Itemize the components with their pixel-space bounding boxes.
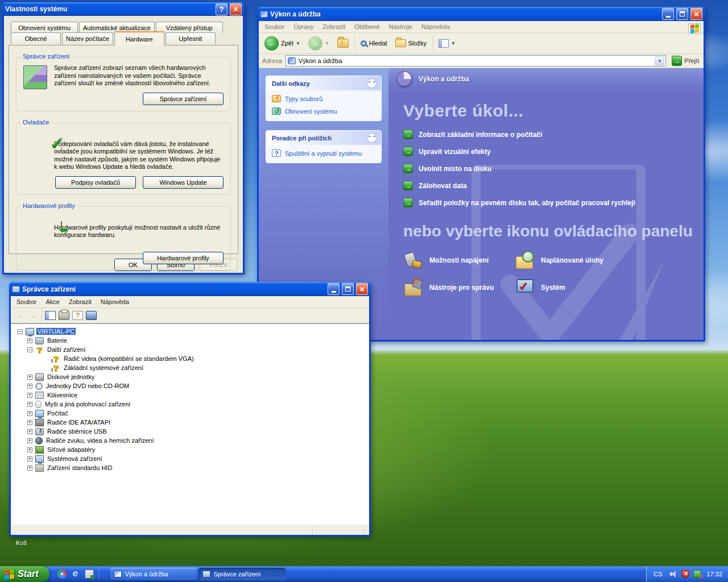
driver-signing-button[interactable]: Podpisy ovladačů [55, 176, 136, 189]
tree-item[interactable]: Řadiče sběrnice USB [12, 427, 369, 436]
address-combobox[interactable]: Výkon a údržba ▼ [286, 55, 666, 66]
chevron-up-icon[interactable]: ⌃⌃ [367, 133, 377, 143]
tree-item[interactable]: Systémová zařízení [12, 454, 369, 463]
help-button[interactable]: ? [216, 3, 228, 15]
go-button[interactable]: → Přejít [669, 56, 701, 66]
control-panel-item[interactable]: Naplánované úlohy [515, 251, 642, 270]
tree-expander[interactable] [27, 384, 32, 389]
minimize-button[interactable] [662, 8, 674, 20]
task-link[interactable]: → Zobrazit základní informace o počítači [403, 130, 704, 139]
close-button[interactable]: × [356, 283, 368, 295]
task-link[interactable]: → Uvolnit místo na disku [403, 164, 704, 173]
tab[interactable]: Upřesnit [166, 32, 216, 44]
help-page-icon[interactable] [72, 311, 83, 320]
troubleshooters-header[interactable]: Poradce při potížích ⌃⌃ [266, 131, 381, 145]
menu-item[interactable]: Nápověda [417, 22, 454, 32]
forward-arrow-icon[interactable]: → [28, 311, 39, 320]
tab[interactable]: Hardware [114, 31, 164, 45]
tree-expander[interactable] [27, 338, 32, 343]
search-button[interactable]: Hledat [358, 39, 390, 48]
titlebar[interactable]: Vlastnosti systému ? × [2, 2, 245, 16]
control-panel-item[interactable]: Systém [515, 278, 642, 297]
tree-item[interactable]: Základní systémové zařízení [12, 363, 369, 372]
tree-expander[interactable] [27, 393, 32, 398]
menu-item[interactable]: Akce [41, 297, 64, 307]
sidebar-link[interactable]: Spuštění a vypnutí systému [272, 149, 377, 157]
address-dropdown-button[interactable]: ▼ [655, 56, 664, 65]
sidebar-link[interactable]: Typy souborů [272, 95, 377, 102]
control-panel-item[interactable]: Možnosti napájení [403, 251, 515, 270]
start-button[interactable]: Start [0, 566, 49, 582]
see-also-header[interactable]: Další odkazy ⌃⌃ [266, 76, 381, 90]
task-link[interactable]: → Zálohovat data [403, 181, 704, 190]
titlebar[interactable]: Správce zařízení × [9, 282, 371, 296]
tree-item[interactable]: Počítač [12, 409, 369, 418]
tab[interactable]: Obnovení systému [11, 22, 78, 33]
menu-item[interactable]: Soubor [260, 22, 289, 32]
menu-item[interactable]: Úpravy [289, 22, 318, 32]
control-panel-item[interactable]: Nástroje pro správu [403, 278, 515, 297]
tree-item[interactable]: Další zařízení [12, 345, 369, 354]
windows-update-button[interactable]: Windows Update [143, 176, 224, 189]
tree-expander[interactable] [27, 429, 32, 434]
menu-item[interactable]: Nápověda [96, 297, 134, 307]
task-link[interactable]: → Upravit vizuální efekty [403, 147, 704, 156]
tree-item[interactable]: Řadiče zvuku, videa a herních zařízení [12, 436, 369, 445]
tree-expander[interactable] [27, 420, 32, 425]
tab[interactable]: Název počítače [62, 32, 113, 44]
taskbar-window-button[interactable]: Výkon a údržba [110, 568, 197, 580]
tree-item[interactable]: Myši a jiná polohovací zařízení [12, 400, 369, 409]
tree-expander[interactable] [27, 456, 32, 462]
minimize-button[interactable] [328, 283, 340, 295]
tree-item[interactable]: Zařízení standardu HID [12, 463, 369, 472]
menu-item[interactable]: Oblíbené [350, 22, 384, 32]
console-tree-icon[interactable] [45, 311, 56, 320]
menu-item[interactable]: Zobrazit [318, 22, 350, 32]
computer-props-icon[interactable] [86, 311, 97, 320]
taskbar-window-button[interactable]: Správce zařízení [199, 568, 286, 580]
tree-expander[interactable] [27, 465, 32, 471]
device-manager-button[interactable]: Správce zařízení [143, 93, 224, 105]
views-button[interactable]: ▼ [436, 38, 458, 49]
close-button[interactable]: × [230, 3, 242, 15]
tree-item[interactable]: Síťové adapatéry [12, 445, 369, 454]
recycle-bin-label[interactable]: Koš [16, 539, 27, 546]
tree-item[interactable]: Řadiče IDE ATA/ATAPI [12, 418, 369, 427]
back-dropdown-icon[interactable]: ▼ [296, 41, 300, 46]
maximize-button[interactable] [676, 8, 688, 20]
task-link[interactable]: → Seřadit položky na pevném disku tak, a… [403, 198, 704, 207]
folders-button[interactable]: Složky [393, 38, 429, 48]
tree-expander[interactable] [27, 347, 32, 352]
chrome-icon[interactable] [57, 569, 67, 579]
tree-expander[interactable] [18, 329, 23, 334]
close-button[interactable]: × [690, 8, 702, 20]
maximize-button[interactable] [342, 283, 354, 295]
tree-item[interactable]: Baterie [12, 336, 369, 345]
tree-expander[interactable] [27, 375, 32, 380]
tree-item[interactable]: Řadič videa (kompatibilní se standardem … [12, 354, 369, 363]
language-indicator[interactable]: CS [653, 571, 665, 577]
tab[interactable]: Obecné [11, 32, 61, 44]
ie-icon[interactable] [71, 569, 80, 579]
hardware-profiles-button[interactable]: Hardwarové profily [143, 252, 224, 264]
views-dropdown-icon[interactable]: ▼ [451, 41, 456, 46]
tree-item[interactable]: Jednotky DVD nebo CD-ROM [12, 381, 369, 390]
show-desktop-icon[interactable] [85, 569, 94, 579]
tree-item[interactable]: VIRTUAL-PC [12, 327, 369, 336]
tree-item[interactable]: Klávesnice [12, 390, 369, 400]
tree-expander[interactable] [27, 402, 32, 407]
menu-item[interactable]: Nástroje [384, 22, 417, 32]
tree-item[interactable]: Diskové jednotky [12, 372, 369, 381]
chevron-up-icon[interactable]: ⌃⌃ [367, 78, 377, 88]
tree-expander[interactable] [27, 411, 32, 416]
network-status-icon[interactable] [693, 570, 701, 578]
up-button[interactable] [335, 38, 351, 49]
back-button[interactable]: ← Zpět ▼ [262, 35, 303, 52]
menu-item[interactable]: Soubor [12, 297, 41, 307]
print-icon[interactable] [59, 311, 69, 320]
volume-icon[interactable] [669, 570, 677, 578]
titlebar[interactable]: Výkon a údržba × [257, 7, 705, 21]
tree-expander[interactable] [27, 447, 32, 452]
tree-expander[interactable] [27, 438, 32, 443]
sidebar-link[interactable]: Obnovení systému [272, 107, 377, 115]
